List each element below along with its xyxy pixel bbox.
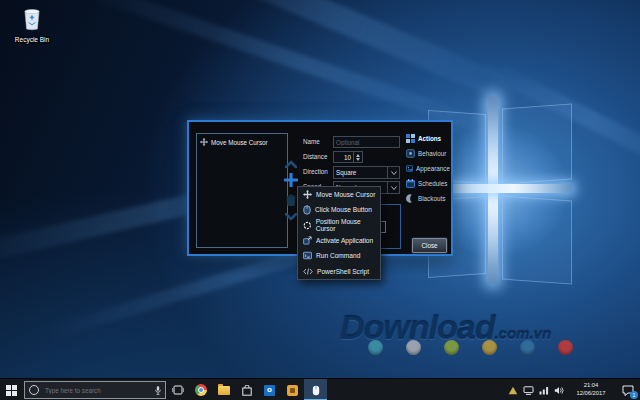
sidebar-item-actions[interactable]: Actions (406, 131, 473, 146)
menu-item-run-command[interactable]: Run Command (298, 248, 380, 263)
store-bag-icon (242, 385, 252, 396)
menu-item-position-mouse-cursor[interactable]: Position Mouse Cursor (298, 218, 380, 233)
add-action-button[interactable] (283, 173, 298, 187)
watermark-dot (558, 340, 573, 355)
plus-icon (284, 173, 298, 187)
move-mouse-taskbar-icon[interactable] (304, 379, 327, 400)
move-down-button[interactable] (283, 213, 298, 221)
recycle-bin-icon (19, 5, 45, 31)
schedules-icon (406, 179, 415, 188)
clock-date: 12/06/2017 (569, 390, 613, 398)
drive-sync-tray-icon[interactable] (508, 386, 518, 395)
stepper-arrows[interactable] (353, 152, 362, 162)
menu-item-activate-application[interactable]: Activate Application (298, 233, 380, 248)
task-view-button[interactable] (166, 379, 189, 400)
move-mouse-app-icon (312, 385, 320, 396)
microphone-icon[interactable] (155, 386, 161, 395)
windows-logo-pane (502, 104, 572, 185)
chevron-down-icon (387, 182, 399, 193)
menu-item-click-mouse-button[interactable]: Click Mouse Button (298, 202, 380, 217)
move-cursor-icon (303, 190, 312, 199)
menu-item-powershell-script[interactable]: PowerShell Script (298, 264, 380, 279)
volume-tray-icon[interactable] (554, 386, 564, 395)
stepper-up-icon[interactable] (356, 154, 360, 157)
watermark-dot (444, 340, 459, 355)
move-up-button[interactable] (283, 160, 298, 168)
direction-value: Square (334, 169, 387, 176)
menu-item-label: Move Mouse Cursor (316, 191, 375, 198)
stepper-down-icon[interactable] (356, 158, 360, 161)
menu-item-label: Run Command (316, 252, 360, 259)
notes-taskbar-icon[interactable] (281, 379, 304, 400)
action-center-button[interactable]: 1 (618, 379, 638, 400)
sidebar-item-appearance[interactable]: Appearance (406, 161, 450, 176)
mouse-icon (303, 205, 311, 215)
distance-stepper[interactable]: 10 (333, 151, 363, 163)
trash-icon (286, 194, 296, 206)
action-order-buttons (283, 158, 298, 221)
chevron-down-icon (285, 213, 297, 221)
sidebar-item-label: Blackouts (418, 195, 445, 202)
chrome-taskbar-icon[interactable] (189, 379, 212, 400)
sidebar-item-label: Behaviour (418, 150, 446, 157)
cortana-icon (29, 385, 39, 395)
close-button[interactable]: Close (412, 238, 447, 253)
command-prompt-icon (303, 251, 312, 260)
sidebar-item-blackouts[interactable]: Blackouts (406, 191, 450, 206)
system-tray: 21:04 12/06/2017 1 (508, 379, 640, 400)
code-script-icon (303, 267, 313, 276)
start-button[interactable] (0, 379, 23, 400)
moon-icon (406, 194, 415, 203)
actions-list[interactable]: Move Mouse Cursor (196, 133, 288, 248)
windows-logo-pane (502, 196, 572, 285)
watermark-dot (406, 340, 421, 355)
network-signal-tray-icon[interactable] (539, 386, 549, 395)
taskbar-search[interactable] (24, 381, 166, 399)
watermark-dot (520, 340, 535, 355)
direction-select[interactable]: Square (333, 166, 400, 179)
task-view-icon (172, 385, 184, 395)
outlook-icon: o (264, 385, 275, 396)
add-action-menu: Move Mouse Cursor Click Mouse Button Pos… (297, 186, 381, 280)
folder-icon (218, 386, 230, 395)
watermark-dots (368, 340, 573, 355)
direction-label: Direction (303, 168, 328, 175)
sidebar-item-label: Actions (418, 135, 441, 142)
windows-start-icon (6, 385, 17, 396)
appearance-icon (406, 164, 413, 173)
name-label: Name (303, 138, 320, 145)
menu-item-label: Activate Application (316, 237, 373, 244)
behaviour-icon (406, 149, 415, 158)
recycle-bin-desktop-icon[interactable]: Recycle Bin (8, 5, 56, 43)
store-taskbar-icon[interactable] (235, 379, 258, 400)
close-button-label: Close (421, 242, 437, 249)
file-explorer-taskbar-icon[interactable] (212, 379, 235, 400)
notification-badge: 1 (630, 391, 638, 399)
orange-app-icon (287, 385, 298, 396)
taskbar: o 21 (0, 378, 640, 400)
display-tray-icon[interactable] (523, 386, 534, 395)
outlook-taskbar-icon[interactable]: o (258, 379, 281, 400)
sidebar-item-schedules[interactable]: Schedules (406, 176, 450, 191)
menu-item-label: PowerShell Script (317, 268, 369, 275)
name-input[interactable] (333, 136, 400, 148)
list-item-label: Move Mouse Cursor (211, 139, 268, 146)
distance-label: Distance (303, 153, 328, 160)
distance-value: 10 (334, 152, 353, 162)
menu-item-label: Position Mouse Cursor (316, 218, 380, 232)
taskbar-clock[interactable]: 21:04 12/06/2017 (569, 382, 613, 397)
actions-icon (406, 134, 415, 143)
desktop: Download.com.vn Recycle Bin Move Mouse C… (0, 0, 640, 400)
list-item-move-mouse-cursor[interactable]: Move Mouse Cursor (197, 134, 287, 150)
chrome-icon (195, 384, 207, 396)
watermark-dot (368, 340, 383, 355)
menu-item-move-mouse-cursor[interactable]: Move Mouse Cursor (298, 187, 380, 202)
watermark-dot (482, 340, 497, 355)
sidebar-item-behaviour[interactable]: Behaviour (406, 146, 450, 161)
recycle-bin-label: Recycle Bin (8, 36, 56, 43)
menu-item-label: Click Mouse Button (315, 206, 372, 213)
chevron-up-icon (285, 160, 297, 168)
search-input[interactable] (43, 386, 151, 395)
delete-action-button[interactable] (283, 194, 298, 206)
sidebar-nav: Actions Behaviour Appearance (406, 131, 450, 206)
